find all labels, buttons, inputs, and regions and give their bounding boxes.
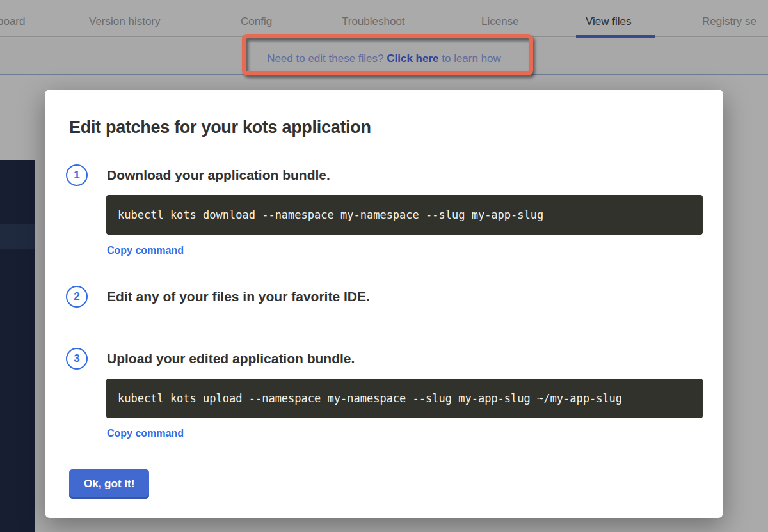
copy-download-command-link[interactable]: Copy command [107,245,184,256]
ok-got-it-button[interactable]: Ok, got it! [69,469,149,499]
modal-title: Edit patches for your kots application [69,118,371,137]
kots-admin-screen: board Version history Config Troubleshoo… [0,0,768,532]
step-1-badge: 1 [66,164,88,186]
step-1-text: Download your application bundle. [107,168,330,183]
step-2-text: Edit any of your files in your favorite … [107,289,370,304]
edit-patches-modal: Edit patches for your kots application 1… [45,90,723,518]
step-2-badge: 2 [66,286,88,308]
download-command-code-block: kubectl kots download --namespace my-nam… [106,195,703,235]
copy-upload-command-link[interactable]: Copy command [107,428,184,439]
step-3-badge: 3 [66,348,88,370]
step-3-text: Upload your edited application bundle. [107,351,355,366]
upload-command-code-block: kubectl kots upload --namespace my-names… [106,379,703,418]
